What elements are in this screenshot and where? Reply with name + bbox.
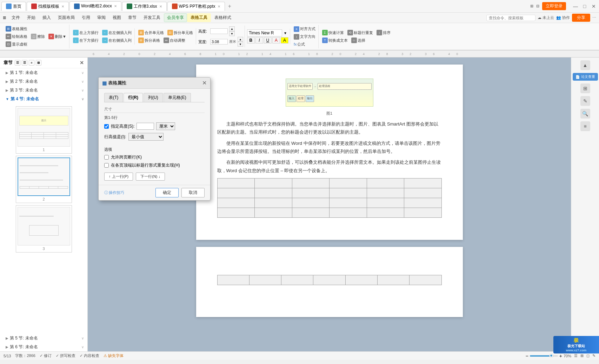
dialog-tab-row[interactable]: 行(R) [124, 93, 143, 102]
dialog-tab-cell[interactable]: 单元格(E) [164, 93, 191, 102]
new-tab-button[interactable]: + [226, 2, 234, 11]
dialog-height-input[interactable] [137, 123, 154, 130]
tab-excel-close[interactable]: ✕ [159, 5, 162, 8]
menu-member[interactable]: 会员专享 [164, 13, 187, 22]
delete-button[interactable]: ✕ 删除▼ [47, 33, 68, 40]
quick-calc-button[interactable]: Σ 快速计算 [321, 29, 345, 36]
erase-button[interactable]: ◻ 擦除 [29, 33, 46, 40]
dialog-option2-checkbox[interactable] [104, 163, 109, 168]
grid-view-icon[interactable]: ⊞ [530, 4, 533, 8]
thumb-3[interactable]: 3 [16, 205, 72, 252]
menu-chapter[interactable]: 章节 [125, 13, 140, 22]
font-color-button[interactable]: A [272, 37, 280, 43]
view-mode-4[interactable]: ✎ [592, 353, 595, 358]
scroll-up-icon[interactable]: ▲ [580, 60, 590, 70]
highlight-button[interactable]: A [281, 37, 288, 43]
header-repeat-button[interactable]: ⟲ 标题行重复 [346, 29, 374, 36]
font-name-input[interactable] [247, 29, 282, 36]
width-down-button[interactable]: ▼ [238, 42, 243, 47]
zoom-out-button[interactable]: − [526, 353, 528, 359]
merge-cells-button[interactable]: ⊞ 合并单元格 [137, 29, 165, 36]
menu-insert[interactable]: 插入 [39, 13, 54, 22]
tab-word-close[interactable]: ✕ [114, 4, 117, 8]
tab-wps-close[interactable]: ✕ [61, 5, 64, 8]
sidebar-icon-1[interactable]: ☰ [15, 60, 20, 66]
sidebar-icon-4[interactable]: ⊞ [36, 60, 41, 66]
split-table-button[interactable]: ⊜ 拆分表格 [137, 37, 161, 44]
show-virtual-button[interactable]: ⊡ 显示虚框 [4, 41, 29, 48]
convert-text-button[interactable]: T 转换成文本 [321, 37, 349, 44]
view-mode-2[interactable]: ⊞ [580, 353, 584, 358]
text-direction-button[interactable]: ↕ 文字方向 [292, 33, 317, 40]
dialog-tab-col[interactable]: 列(U) [144, 93, 163, 102]
sort-button[interactable]: ↕ 排序 [375, 29, 392, 36]
dialog-option1-checkbox[interactable] [104, 155, 109, 160]
thumb-1[interactable]: 图示 1 [16, 106, 72, 154]
section-6-dropdown[interactable]: ∨ [81, 345, 84, 349]
right-tool-4[interactable]: ≡ [580, 121, 590, 131]
dialog-cancel-button[interactable]: 取消 [181, 188, 205, 197]
window-minimize-button[interactable]: — [572, 2, 579, 10]
view-mode-3[interactable]: ◻ [586, 353, 590, 358]
insert-col-right-button[interactable]: → 在右侧插入列 [101, 37, 133, 44]
dialog-height-unit-select[interactable]: 厘米 英寸 [156, 122, 175, 130]
window-maximize-button[interactable]: □ [581, 2, 588, 10]
insert-col-left-button[interactable]: ← 在左侧插入列 [101, 29, 133, 36]
wps-logo[interactable]: ≡ [3, 15, 6, 21]
right-tool-2[interactable]: ✎ [580, 96, 590, 106]
section-3-dropdown[interactable]: ∨ [81, 88, 84, 92]
table-properties-button[interactable]: ⊞ 表格属性 [4, 25, 29, 32]
formula-button[interactable]: fx 公式 [292, 41, 307, 48]
tab-home[interactable]: 首页 [1, 2, 26, 11]
menu-reference[interactable]: 引用 [78, 13, 94, 22]
split-cells-button[interactable]: ⊟ 拆分单元格 [166, 29, 194, 36]
zoom-handle[interactable] [550, 354, 553, 357]
layout-view-icon[interactable]: ⊟ [536, 4, 539, 8]
font-name-dropdown-icon[interactable]: ▼ [284, 31, 287, 35]
dialog-help-link[interactable]: ⓘ 操作技巧 [104, 190, 124, 195]
menu-dev[interactable]: 开发工具 [140, 13, 164, 22]
menu-more-icon[interactable]: ⋯ [592, 15, 596, 20]
menu-table-style[interactable]: 表格样式 [211, 13, 235, 22]
tab-ppt-close[interactable]: ✕ [218, 5, 220, 8]
share-button[interactable]: 分享 [572, 14, 590, 22]
tab-word[interactable]: Word教程2.docx ✕ [69, 1, 121, 11]
search-input[interactable] [486, 15, 535, 21]
section-2[interactable]: ▶ 第 2 节: 未命名 ∨ [0, 77, 87, 86]
section-4-dropdown[interactable]: ∨ [81, 97, 84, 101]
section-5[interactable]: ▶ 第 5 节: 未命名 ∨ [0, 334, 87, 343]
sidebar-close-button[interactable]: ✕ [80, 60, 84, 66]
menu-start[interactable]: 开始 [24, 13, 39, 22]
draw-table-button[interactable]: ✏ 绘制表格 [4, 33, 29, 40]
dialog-confirm-button[interactable]: 确定 [155, 188, 179, 197]
width-up-button[interactable]: ▲ [238, 37, 243, 42]
tab-wps[interactable]: 找模版模板 ✕ [27, 2, 69, 11]
collab-icon[interactable]: 👥 协作 [556, 15, 570, 20]
right-tool-scroll-up[interactable]: ▲ [580, 60, 590, 70]
align-button[interactable]: ≡ 对齐方式 [292, 26, 317, 33]
menu-page-layout[interactable]: 页面布局 [54, 13, 78, 22]
auto-fit-button[interactable]: ⇔ 自动调整 [162, 37, 187, 44]
height-up-button[interactable]: ▲ [229, 26, 235, 31]
section-6[interactable]: ▶ 第 6 节: 未命名 ∨ [0, 343, 87, 351]
bold-button[interactable]: B [247, 37, 255, 43]
dialog-height-checkbox[interactable] [104, 124, 109, 129]
right-tool-1[interactable]: ⊞ [580, 83, 590, 93]
thumb-2[interactable]: 2 [16, 156, 72, 203]
width-input[interactable] [210, 39, 228, 45]
section-2-dropdown[interactable]: ∨ [81, 80, 84, 83]
section-3[interactable]: ▶ 第 3 节: 未命名 ∨ [0, 86, 87, 95]
sidebar-icon-3[interactable]: ≡ [29, 60, 34, 66]
right-tool-3[interactable]: 🔍 [580, 109, 590, 119]
menu-review[interactable]: 审阅 [94, 13, 109, 22]
section-1-dropdown[interactable]: ∨ [81, 71, 84, 75]
menu-view[interactable]: 视图 [109, 13, 125, 22]
dialog-prev-button[interactable]: ↑ 上一行(P) [104, 173, 133, 181]
section-5-dropdown[interactable]: ∨ [81, 336, 84, 340]
tab-ppt[interactable]: WPS PPT教程.pptx ✕ [167, 2, 225, 11]
window-close-button[interactable]: ✕ [590, 2, 598, 10]
section-1[interactable]: ▶ 第 1 节: 未命名 ∨ [0, 68, 87, 77]
tab-excel[interactable]: 工作簿3.xlsx ✕ [122, 2, 167, 11]
sidebar-icon-2[interactable]: ☰ [22, 60, 27, 66]
height-down-button[interactable]: ▼ [229, 31, 235, 36]
